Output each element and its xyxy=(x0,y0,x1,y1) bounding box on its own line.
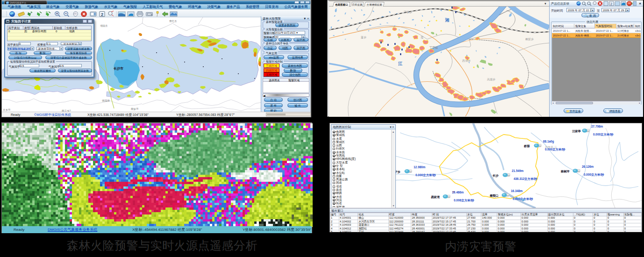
svg-text:2: 2 xyxy=(101,12,103,17)
svg-text:长沙市: 长沙市 xyxy=(113,66,123,71)
svg-text:江: 江 xyxy=(398,61,402,66)
svg-text:0.000立方米/秒: 0.000立方米/秒 xyxy=(584,173,604,177)
svg-text:增国县: 增国县 xyxy=(100,24,108,28)
svg-text:长沙: 长沙 xyxy=(492,174,499,178)
svg-text:436.312立方米/秒: 436.312立方米/秒 xyxy=(514,177,537,181)
svg-text:26.126m: 26.126m xyxy=(582,165,594,168)
svg-text:德滋德: 德滋德 xyxy=(102,99,110,102)
svg-text:易家湾: 易家湾 xyxy=(430,195,440,199)
svg-text:19.466m: 19.466m xyxy=(452,191,464,194)
svg-text:榔梨口: 榔梨口 xyxy=(489,194,499,198)
svg-text:榔梨乡: 榔梨乡 xyxy=(525,37,534,41)
svg-text:株树坪: 株树坪 xyxy=(560,170,570,173)
svg-text:县乡市: 县乡市 xyxy=(3,108,11,111)
svg-text:与专亭 云: 与专亭 云 xyxy=(545,145,557,149)
svg-text:青红县: 青红县 xyxy=(169,20,177,22)
svg-text:68.1a0g: 68.1a0g xyxy=(543,140,554,143)
svg-text:汪家亭: 汪家亭 xyxy=(572,129,581,133)
svg-text:16.348m: 16.348m xyxy=(511,189,523,193)
svg-text:27.798m: 27.798m xyxy=(591,125,603,128)
svg-text:21.549m: 21.549m xyxy=(512,169,524,172)
svg-text:0.006立方米/秒: 0.006立方米/秒 xyxy=(454,199,474,202)
svg-text:2: 2 xyxy=(610,2,612,6)
svg-text:12.980m: 12.980m xyxy=(414,165,426,169)
svg-text:湘: 湘 xyxy=(445,18,449,22)
svg-text:西湖乡: 西湖乡 xyxy=(462,59,471,63)
svg-text:高塘乡: 高塘乡 xyxy=(487,78,495,81)
svg-text:丁字镇: 丁字镇 xyxy=(429,46,438,49)
svg-text:0.000立方米/秒: 0.000立方米/秒 xyxy=(415,173,436,177)
svg-text:横纵市: 横纵市 xyxy=(131,107,139,110)
svg-text:桥驿: 桥驿 xyxy=(523,144,530,148)
svg-text:0.000立方米/秒: 0.000立方米/秒 xyxy=(593,133,614,136)
svg-text:丁家乡: 丁家乡 xyxy=(403,10,412,14)
